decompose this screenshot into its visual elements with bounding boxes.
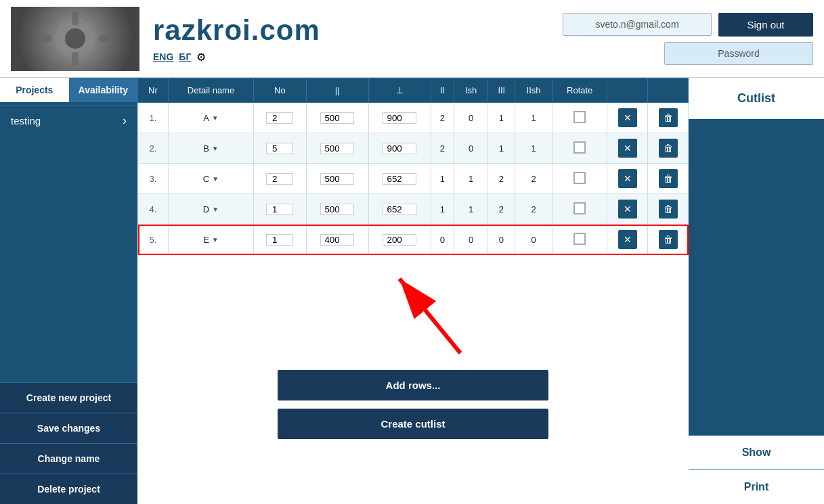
svg-rect-3	[72, 52, 79, 66]
cell-clear[interactable]: ✕	[607, 103, 648, 133]
logo-image	[11, 7, 139, 71]
lang-bg[interactable]: БГ	[179, 51, 191, 62]
cell-delete[interactable]: 🗑	[648, 164, 689, 194]
cutlist-button[interactable]: Cutlist	[689, 78, 824, 119]
cell-no[interactable]	[254, 103, 306, 133]
cell-no[interactable]	[254, 225, 306, 255]
change-name-button[interactable]: Change name	[0, 443, 137, 474]
create-cutlist-button[interactable]: Create cutlist	[278, 409, 548, 439]
cell-no[interactable]	[254, 164, 306, 194]
col-iish: IIsh	[515, 78, 552, 103]
delete-row-button[interactable]: 🗑	[659, 230, 678, 249]
cell-clear[interactable]: ✕	[607, 194, 648, 225]
detail-dropdown-arrow[interactable]: ▼	[212, 114, 219, 122]
delete-row-button[interactable]: 🗑	[659, 200, 678, 219]
rotate-checkbox[interactable]	[573, 141, 586, 154]
cell-perp[interactable]	[368, 164, 431, 194]
cell-parallel[interactable]	[306, 164, 368, 194]
col-delete1	[607, 78, 648, 103]
cell-perp[interactable]	[368, 194, 431, 225]
col-delete2	[648, 78, 689, 103]
cell-clear[interactable]: ✕	[607, 133, 648, 164]
cell-iil: 2	[488, 194, 515, 225]
cell-perp[interactable]	[368, 103, 431, 133]
cell-clear[interactable]: ✕	[607, 164, 648, 194]
col-parallel: ||	[306, 78, 368, 103]
tab-projects[interactable]: Projects	[0, 78, 69, 102]
cell-parallel[interactable]	[306, 133, 368, 164]
cell-no[interactable]	[254, 133, 306, 164]
cell-delete[interactable]: 🗑	[648, 194, 689, 225]
cell-rotate[interactable]	[552, 133, 607, 164]
signout-button[interactable]: Sign out	[718, 13, 813, 37]
clear-button[interactable]: ✕	[618, 169, 637, 188]
detail-dropdown-arrow[interactable]: ▼	[212, 175, 219, 183]
cell-delete[interactable]: 🗑	[648, 225, 689, 255]
rotate-checkbox[interactable]	[573, 233, 586, 245]
settings-icon[interactable]: ⚙	[196, 51, 206, 64]
header: razkroi.com ENG БГ ⚙ sveto.n@gmail.com S…	[0, 0, 824, 78]
cell-no[interactable]	[254, 194, 306, 225]
cell-detail-name: D ▼	[168, 194, 253, 225]
show-button[interactable]: Show	[689, 435, 824, 469]
add-rows-button[interactable]: Add rows...	[278, 370, 548, 400]
col-nr: Nr	[138, 78, 169, 103]
create-new-project-button[interactable]: Create new project	[0, 382, 137, 413]
email-display: sveto.n@gmail.com	[563, 13, 712, 36]
delete-row-button[interactable]: 🗑	[659, 139, 678, 158]
clear-button[interactable]: ✕	[618, 230, 637, 249]
col-perp: ⊥	[368, 78, 431, 103]
delete-row-button[interactable]: 🗑	[659, 108, 678, 127]
cell-il: 1	[431, 194, 454, 225]
cell-iil: 1	[488, 133, 515, 164]
cell-perp[interactable]	[368, 225, 431, 255]
clear-button[interactable]: ✕	[618, 200, 637, 219]
detail-dropdown-arrow[interactable]: ▼	[212, 236, 219, 244]
password-button[interactable]: Password	[664, 42, 813, 65]
cell-perp[interactable]	[368, 133, 431, 164]
rotate-checkbox[interactable]	[573, 172, 586, 184]
cell-rotate[interactable]	[552, 194, 607, 225]
detail-name-value: A	[203, 113, 209, 123]
cell-ish: 0	[454, 103, 487, 133]
detail-dropdown-arrow[interactable]: ▼	[212, 206, 219, 213]
svg-rect-5	[99, 35, 112, 42]
lang-eng[interactable]: ENG	[153, 51, 173, 62]
cell-nr: 5.	[138, 225, 169, 255]
cell-delete[interactable]: 🗑	[648, 133, 689, 164]
cell-iish: 2	[515, 164, 552, 194]
cell-clear[interactable]: ✕	[607, 225, 648, 255]
cell-parallel[interactable]	[306, 194, 368, 225]
cell-detail-name: A ▼	[168, 103, 253, 133]
save-changes-button[interactable]: Save changes	[0, 413, 137, 443]
cell-detail-name: C ▼	[168, 164, 253, 194]
detail-dropdown-arrow[interactable]: ▼	[212, 145, 219, 152]
clear-button[interactable]: ✕	[618, 108, 637, 127]
table-row: 1. A ▼ 2 0 1 1 ✕ 🗑	[138, 103, 689, 133]
table-row: 3. C ▼ 1 1 2 2 ✕ 🗑	[138, 164, 689, 194]
rotate-checkbox[interactable]	[573, 111, 586, 123]
sidebar-spacer	[0, 136, 137, 382]
project-item-testing[interactable]: testing ›	[0, 105, 137, 136]
delete-row-button[interactable]: 🗑	[659, 169, 678, 188]
svg-rect-4	[38, 35, 51, 42]
right-panel: Cutlist Show Print	[689, 78, 824, 504]
delete-project-button[interactable]: Delete project	[0, 474, 137, 504]
cell-rotate[interactable]	[552, 225, 607, 255]
cell-detail-name: E ▼	[168, 225, 253, 255]
cell-rotate[interactable]	[552, 103, 607, 133]
col-detail-name: Detail name	[168, 78, 253, 103]
clear-button[interactable]: ✕	[618, 139, 637, 158]
col-rotate: Rotate	[552, 78, 607, 103]
cell-parallel[interactable]	[306, 225, 368, 255]
header-right: sveto.n@gmail.com Sign out Password	[563, 13, 813, 65]
cell-parallel[interactable]	[306, 103, 368, 133]
print-button[interactable]: Print	[689, 469, 824, 504]
cell-rotate[interactable]	[552, 164, 607, 194]
rotate-checkbox[interactable]	[573, 202, 586, 214]
svg-point-1	[65, 28, 85, 49]
tab-availability[interactable]: Availability	[69, 78, 138, 102]
cell-delete[interactable]: 🗑	[648, 103, 689, 133]
cell-ish: 1	[454, 194, 487, 225]
cell-iish: 1	[515, 133, 552, 164]
